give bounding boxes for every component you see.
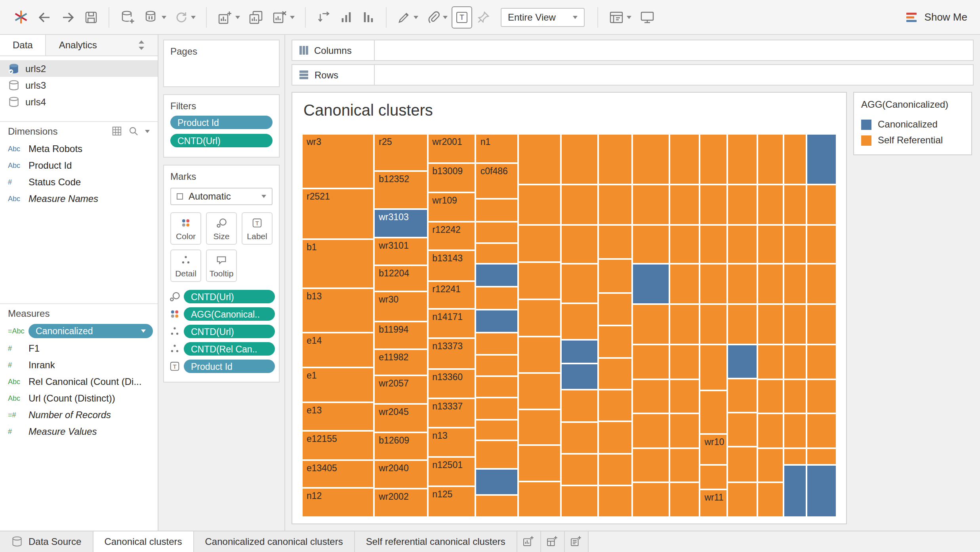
show-me-button[interactable]: Show Me [905,10,970,24]
clear-sheet-button[interactable] [268,6,299,28]
treemap-cell[interactable] [518,225,561,262]
treemap-cell[interactable] [518,262,561,299]
treemap-cell[interactable] [632,379,670,414]
treemap-cell[interactable]: e13 [302,403,374,431]
filter-pill[interactable]: Product Id [170,116,273,129]
sheet-tab[interactable]: Canonical clusters [93,531,194,552]
field-dimension[interactable]: #Status Code [0,173,158,190]
treemap-cell[interactable]: b13 [302,288,374,333]
treemap-cell[interactable] [728,482,758,517]
treemap-cell[interactable] [476,310,518,333]
treemap-cell[interactable]: r12242 [427,222,476,250]
treemap-cell[interactable] [757,264,784,304]
treemap-cell[interactable] [476,355,518,377]
treemap-cell[interactable] [806,304,837,345]
size-button[interactable]: Size [206,212,237,245]
field-measure[interactable]: =AbcCanonicalized [0,322,158,340]
treemap-cell[interactable] [670,134,700,185]
treemap-cell[interactable] [700,264,727,304]
treemap-cell[interactable] [561,264,598,304]
treemap-cell[interactable] [476,222,518,243]
treemap-cell[interactable] [476,377,518,398]
treemap-cell[interactable] [598,358,632,390]
treemap-cell[interactable]: n12501 [427,457,476,487]
tab-data[interactable]: Data [0,35,46,55]
treemap-cell[interactable]: wr2057 [374,376,427,404]
treemap-cell[interactable] [700,391,727,434]
treemap-cell[interactable] [806,185,837,225]
tableau-logo[interactable] [10,6,32,28]
treemap-cell[interactable] [598,485,632,517]
sheet-tab[interactable]: Canonicalized canonical clusters [194,531,355,552]
treemap-cell[interactable] [728,344,758,378]
treemap-cell[interactable]: wr30 [374,292,427,322]
treemap-cell[interactable]: b13143 [427,250,476,281]
treemap-cell[interactable]: wr11 [700,489,727,517]
sheet-tab[interactable]: Self referential canonical clusters [355,531,517,552]
fix-axes-button[interactable] [472,6,494,28]
new-worksheet-button[interactable] [213,6,244,28]
marks-pill[interactable]: CNTD(Url) [184,290,275,303]
treemap-cell[interactable] [784,185,806,225]
treemap-cell[interactable] [670,379,700,414]
field-measure[interactable]: #Inrank [0,356,158,373]
save-button[interactable] [80,6,102,28]
pane-menu-caret-icon[interactable] [145,129,150,133]
treemap-cell[interactable] [784,448,806,465]
treemap-cell[interactable] [598,293,632,326]
treemap-cell[interactable] [476,199,518,222]
treemap-cell[interactable] [598,390,632,422]
legend-item[interactable]: Canonicalized [861,116,964,132]
treemap-cell[interactable] [806,134,837,185]
treemap-cell[interactable] [757,483,784,517]
treemap-cell[interactable] [561,134,598,185]
treemap-cell[interactable] [632,264,670,304]
run-update-button[interactable] [170,6,200,28]
treemap-cell[interactable]: n13 [427,428,476,457]
treemap-cell[interactable] [518,482,561,517]
treemap-cell[interactable] [670,483,700,517]
treemap-cell[interactable]: e13405 [302,460,374,488]
treemap-cell[interactable] [806,344,837,379]
treemap-cell[interactable] [518,337,561,373]
treemap-cell[interactable] [670,344,700,379]
treemap-cell[interactable] [561,454,598,485]
tooltip-button[interactable]: Tooltip [206,249,237,282]
label-button[interactable]: TLabel [242,212,273,245]
pause-updates-button[interactable] [139,6,170,28]
marks-pill[interactable]: CNTD(Rel Can.. [184,342,275,356]
marks-pill[interactable]: AGG(Canonical.. [184,307,275,321]
treemap-cell[interactable] [757,185,784,225]
treemap-cell[interactable]: b1 [302,239,374,288]
swap-rows-columns-button[interactable] [312,6,335,28]
treemap-cell[interactable] [518,445,561,482]
treemap-cell[interactable] [784,464,806,517]
treemap-cell[interactable] [728,264,758,304]
treemap-cell[interactable] [632,448,670,483]
marks-pill[interactable]: Product Id [184,360,275,373]
treemap-cell[interactable]: wr2002 [374,488,427,517]
treemap-cell[interactable]: wr3101 [374,237,427,265]
treemap-cell[interactable] [518,299,561,337]
filters-card[interactable]: Filters Product IdCNTD(Url) [163,94,280,158]
treemap-cell[interactable]: b12609 [374,432,427,461]
treemap-cell[interactable] [632,414,670,448]
data-source-tab[interactable]: Data Source [0,531,93,552]
marks-pill-row[interactable]: AGG(Canonical.. [168,307,275,321]
treemap-cell[interactable] [784,344,806,379]
treemap-cell[interactable] [476,333,518,355]
treemap-cell[interactable] [728,413,758,447]
filter-pill[interactable]: CNTD(Url) [170,134,273,147]
treemap-cell[interactable] [700,304,727,345]
treemap-cell[interactable]: wr2001 [427,134,476,164]
treemap-cell[interactable]: e11982 [374,349,427,376]
treemap-cell[interactable] [476,495,518,517]
treemap-cell[interactable] [632,304,670,345]
treemap-cell[interactable]: wr10 [700,434,727,465]
field-measure[interactable]: #F1 [0,340,158,356]
treemap-cell[interactable] [728,134,758,185]
treemap-cell[interactable] [561,340,598,364]
treemap-cell[interactable]: r25 [374,134,427,171]
treemap-cell[interactable] [806,448,837,465]
treemap-cell[interactable]: wr2040 [374,461,427,489]
